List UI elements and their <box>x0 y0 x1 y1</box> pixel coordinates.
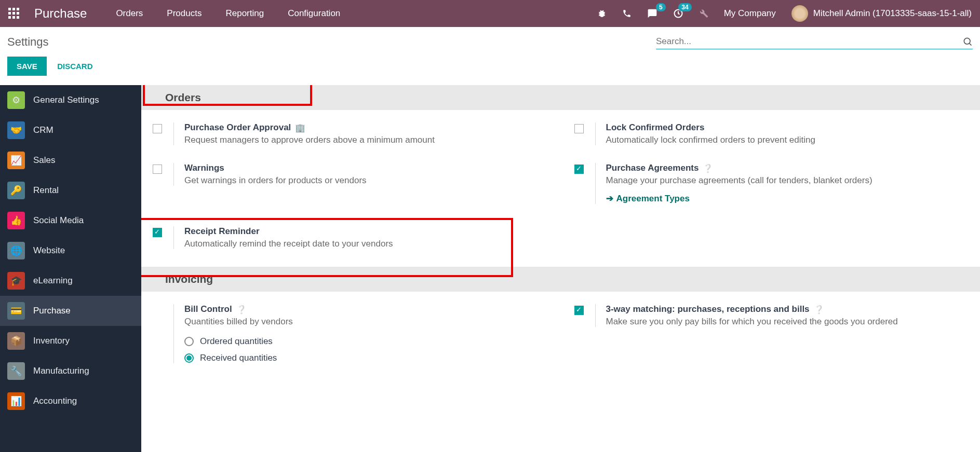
settings-main: Orders Purchase Order Approval🏢 Request … <box>141 85 980 452</box>
svg-rect-6 <box>8 16 11 19</box>
sidebar-item-social-media[interactable]: 👍Social Media <box>0 206 141 236</box>
messages-icon[interactable]: 5 <box>647 8 657 19</box>
avatar <box>791 5 808 22</box>
search-icon[interactable] <box>962 36 973 47</box>
setting-desc: Manage your purchase agreements (call fo… <box>606 175 975 186</box>
sidebar-item-label: General Settings <box>33 95 99 105</box>
button-bar: SAVE DISCARD <box>0 49 980 85</box>
setting-desc: Make sure you only pay bills for which y… <box>606 317 975 327</box>
building-icon: 🏢 <box>295 123 305 133</box>
svg-rect-5 <box>17 12 19 15</box>
setting-warnings: Warnings Get warnings in orders for prod… <box>153 163 554 186</box>
svg-rect-7 <box>12 16 15 19</box>
sidebar-item-purchase[interactable]: 💳Purchase <box>0 296 141 326</box>
radio-received-quantities[interactable] <box>184 353 194 363</box>
sidebar-item-label: Website <box>33 245 65 256</box>
sidebar-item-website[interactable]: 🌐Website <box>0 236 141 266</box>
nav-menu: Orders Products Reporting Configuration <box>116 8 340 19</box>
svg-rect-2 <box>17 8 19 10</box>
activity-badge: 34 <box>678 3 691 11</box>
settings-sidebar: ⚙General Settings 🤝CRM 📈Sales 🔑Rental 👍S… <box>0 85 141 452</box>
section-header-invoicing: Invoicing <box>141 267 980 292</box>
checkbox-receipt-reminder[interactable] <box>153 228 162 237</box>
user-menu[interactable]: Mitchell Admin (17013335-saas-15-1-all) <box>791 5 972 22</box>
sidebar-item-label: CRM <box>33 125 53 135</box>
svg-rect-8 <box>17 16 19 19</box>
activity-icon[interactable]: 34 <box>673 8 683 19</box>
nav-menu-products[interactable]: Products <box>167 8 202 19</box>
tools-icon[interactable] <box>699 9 708 18</box>
sidebar-item-label: Social Media <box>33 215 84 226</box>
checkbox-lock-confirmed[interactable] <box>574 124 584 133</box>
sidebar-item-label: Rental <box>33 185 59 196</box>
sidebar-item-general-settings[interactable]: ⚙General Settings <box>0 85 141 115</box>
checkbox-purchase-order-approval[interactable] <box>153 124 162 133</box>
radio-label: Ordered quantities <box>200 336 273 347</box>
setting-purchase-agreements: Purchase Agreements ❔ Manage your purcha… <box>574 163 975 204</box>
sidebar-item-accounting[interactable]: 📊Accounting <box>0 386 141 416</box>
svg-point-10 <box>964 38 970 44</box>
sidebar-item-sales[interactable]: 📈Sales <box>0 145 141 175</box>
help-icon[interactable]: ❔ <box>814 305 824 314</box>
save-button[interactable]: SAVE <box>7 57 47 76</box>
help-icon[interactable]: ❔ <box>703 163 713 173</box>
setting-title: Bill Control <box>184 304 232 314</box>
checkbox-three-way-matching[interactable] <box>574 306 584 315</box>
search-input[interactable] <box>656 36 962 47</box>
user-name: Mitchell Admin (17013335-saas-15-1-all) <box>813 8 972 19</box>
sidebar-item-rental[interactable]: 🔑Rental <box>0 175 141 206</box>
setting-lock-confirmed-orders: Lock Confirmed Orders Automatically lock… <box>574 122 975 145</box>
setting-purchase-order-approval: Purchase Order Approval🏢 Request manager… <box>153 122 554 145</box>
nav-right: 5 34 My Company Mitchell Admin (17013335… <box>597 5 972 22</box>
sidebar-item-inventory[interactable]: 📦Inventory <box>0 326 141 356</box>
svg-rect-1 <box>12 8 15 10</box>
setting-title: Warnings <box>184 163 554 173</box>
setting-desc: Automatically lock confirmed orders to p… <box>606 135 975 145</box>
radio-ordered-quantities[interactable] <box>184 337 194 346</box>
nav-menu-orders[interactable]: Orders <box>116 8 143 19</box>
bug-icon[interactable] <box>597 9 607 18</box>
brand-title[interactable]: Purchase <box>34 6 87 21</box>
setting-three-way-matching: 3-way matching: purchases, receptions an… <box>574 304 975 327</box>
setting-title: Purchase Order Approval <box>184 122 291 133</box>
checkbox-warnings[interactable] <box>153 165 162 174</box>
setting-desc: Quantities billed by vendors <box>184 317 554 327</box>
top-nav: Purchase Orders Products Reporting Confi… <box>0 0 980 27</box>
sidebar-item-label: eLearning <box>33 276 73 286</box>
control-bar: Settings <box>0 27 980 49</box>
setting-desc: Request managers to approve orders above… <box>184 135 554 145</box>
setting-desc: Automatically remind the receipt date to… <box>184 239 554 249</box>
sidebar-item-crm[interactable]: 🤝CRM <box>0 115 141 145</box>
sidebar-item-manufacturing[interactable]: 🔧Manufacturing <box>0 356 141 386</box>
svg-rect-4 <box>12 12 15 15</box>
setting-title: Lock Confirmed Orders <box>606 122 975 133</box>
page-title: Settings <box>7 35 49 49</box>
setting-desc: Get warnings in orders for products or v… <box>184 175 554 186</box>
sidebar-item-label: Manufacturing <box>33 366 89 376</box>
search-wrap <box>656 34 973 49</box>
company-name[interactable]: My Company <box>724 8 776 19</box>
messages-badge: 5 <box>656 3 666 11</box>
sidebar-item-elearning[interactable]: 🎓eLearning <box>0 266 141 296</box>
radio-label: Received quantities <box>200 353 277 363</box>
nav-menu-reporting[interactable]: Reporting <box>225 8 264 19</box>
help-icon[interactable]: ❔ <box>236 305 247 314</box>
setting-title: Receipt Reminder <box>184 226 554 237</box>
apps-icon[interactable] <box>8 8 20 19</box>
svg-rect-0 <box>8 8 11 10</box>
section-header-orders: Orders <box>141 85 980 110</box>
arrow-right-icon: ➔ <box>606 193 613 204</box>
phone-icon[interactable] <box>622 9 632 18</box>
checkbox-purchase-agreements[interactable] <box>574 165 584 174</box>
agreement-types-link[interactable]: ➔ Agreement Types <box>606 193 975 204</box>
sidebar-item-label: Purchase <box>33 306 71 316</box>
svg-line-11 <box>970 44 972 46</box>
sidebar-item-label: Sales <box>33 155 56 166</box>
setting-bill-control: Bill Control ❔ Quantities billed by vend… <box>153 304 554 363</box>
setting-title: Purchase Agreements <box>606 163 699 173</box>
setting-receipt-reminder: Receipt Reminder Automatically remind th… <box>153 226 554 249</box>
sidebar-item-label: Accounting <box>33 396 77 406</box>
sidebar-item-label: Inventory <box>33 336 70 346</box>
discard-button[interactable]: DISCARD <box>57 62 92 71</box>
nav-menu-configuration[interactable]: Configuration <box>288 8 340 19</box>
